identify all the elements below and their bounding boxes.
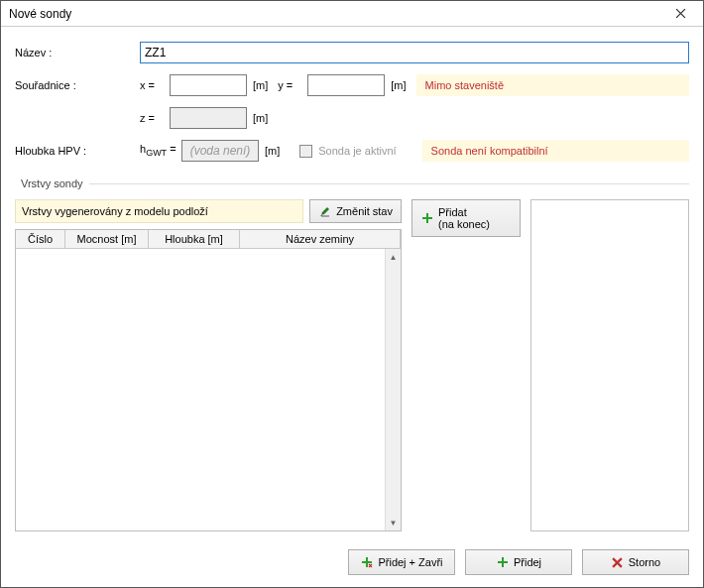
table-area: Vrstvy vygenerovány z modelu podloží Změ… [15,199,402,531]
active-checkbox [299,145,312,158]
side-buttons: Přidat (na konec) [411,199,521,531]
titlebar: Nové sondy [1,1,703,27]
x-input[interactable] [170,74,247,96]
add-layer-label1: Přidat [438,206,490,218]
table-header: Číslo Mocnost [m] Hloubka [m] Název zemi… [16,230,401,249]
active-checkbox-label: Sonda je aktivní [318,145,396,157]
plus-icon [496,555,510,569]
pencil-icon [318,204,332,218]
unit-y: [m] [391,79,406,91]
row-hpv: Hloubka HPV : hGWT = [m] Sonda je aktivn… [15,139,689,163]
y-input[interactable] [307,74,385,96]
add-layer-label2: (na konec) [438,218,490,230]
warning-outside: Mimo staveniště [416,74,689,96]
row-coords-z: z = [m] [15,106,689,130]
cancel-label: Storno [629,556,660,568]
cancel-icon [611,555,625,569]
scroll-up-icon[interactable]: ▲ [387,249,401,265]
add-close-button[interactable]: Přidej + Zavři [348,549,455,575]
layers-status: Vrstvy vygenerovány z modelu podloží [15,199,303,223]
z-input[interactable] [170,107,247,129]
label-z: z = [140,112,170,124]
layers-group-title: Vrstvy sondy [15,177,89,189]
row-coords-xy: Souřadnice : x = [m] y = [m] Mimo staven… [15,73,689,97]
scrollbar[interactable]: ▲ ▼ [385,249,401,530]
unit-hgwt: [m] [265,145,280,157]
cancel-button[interactable]: Storno [582,549,689,575]
unit-z: [m] [253,112,268,124]
label-hpv: Hloubka HPV : [15,145,140,157]
col-soil: Název zeminy [240,230,401,248]
add-close-label: Přidej + Zavři [378,556,442,568]
label-x: x = [140,79,170,91]
col-depth: Hloubka [m] [149,230,240,248]
col-number: Číslo [16,230,65,248]
scroll-down-icon[interactable]: ▼ [387,515,401,530]
col-thickness: Mocnost [m] [65,230,149,248]
layers-group: Vrstvy sondy Vrstvy vygenerovány z model… [15,177,689,531]
close-icon [673,7,687,21]
row-name: Název : [15,41,689,64]
name-input[interactable] [140,42,689,63]
warning-incompat: Sonda není kompatibilní [422,140,689,162]
label-hgwt: hGWT = [140,143,181,158]
dialog-content: Název : Souřadnice : x = [m] y = [m] Mim… [1,27,703,539]
add-label: Přidej [514,556,541,568]
hgwt-input [181,140,259,162]
add-layer-button[interactable]: Přidat (na konec) [411,199,521,237]
window-title: Nové sondy [9,7,71,21]
change-state-label: Změnit stav [336,205,393,217]
layers-table[interactable]: Číslo Mocnost [m] Hloubka [m] Název zemi… [15,229,402,531]
add-button[interactable]: Přidej [465,549,572,575]
change-state-button[interactable]: Změnit stav [309,199,402,223]
close-button[interactable] [665,4,695,24]
preview-panel [530,199,689,531]
label-y: y = [278,79,307,91]
plus-icon [420,211,434,225]
table-body: ▲ ▼ [16,249,401,530]
label-coords: Souřadnice : [15,79,140,91]
plus-close-icon [360,555,374,569]
label-name: Název : [15,47,140,59]
unit-x: [m] [253,79,268,91]
footer: Přidej + Zavři Přidej Storno [1,539,703,587]
